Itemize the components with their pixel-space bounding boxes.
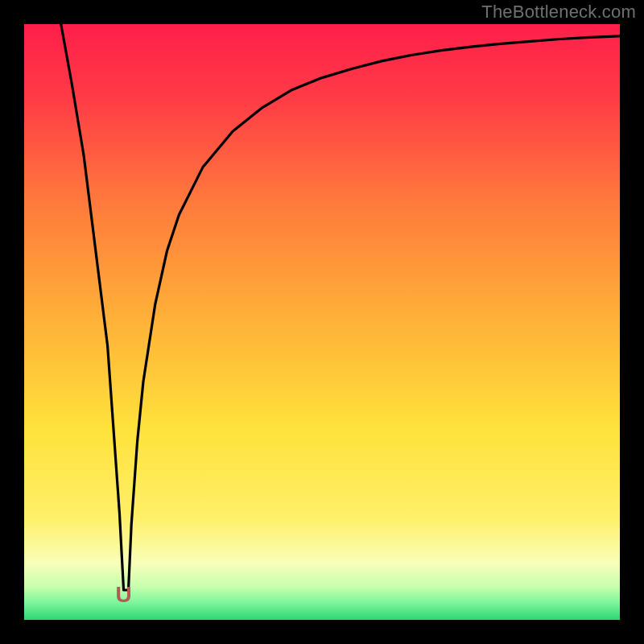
watermark-text: TheBottleneck.com <box>481 2 636 23</box>
plot-area: U <box>24 24 620 620</box>
bottleneck-curve <box>24 24 620 620</box>
chart-frame: U TheBottleneck.com <box>0 0 644 644</box>
marker-minimum: U <box>115 584 131 606</box>
